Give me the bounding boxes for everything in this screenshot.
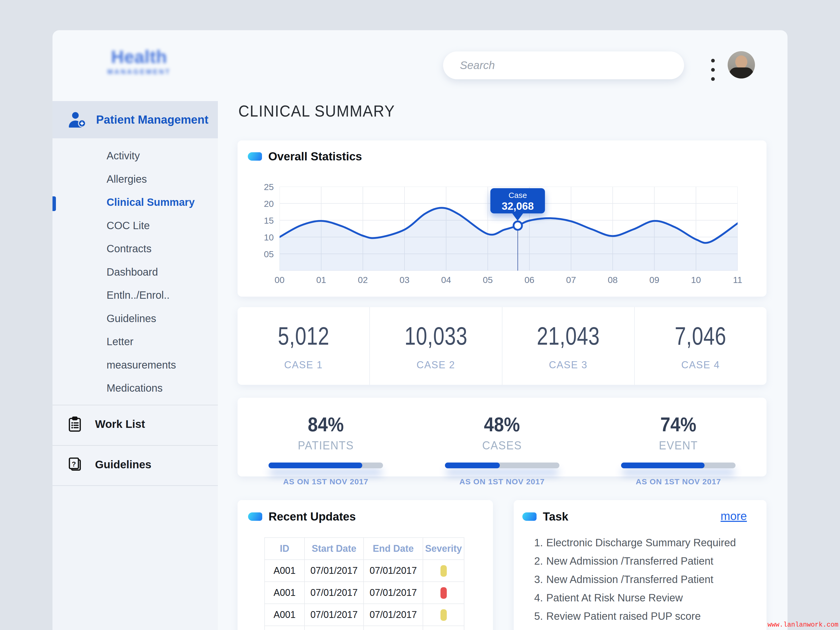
sidebar-item-letter[interactable]: Letter xyxy=(107,334,217,349)
work-list-label: Work List xyxy=(95,418,145,431)
overall-statistics-card: Overall Statistics Case 32,068 252015100… xyxy=(238,141,766,297)
task-title: Task xyxy=(543,510,568,523)
sidebar-item-clinical-summary[interactable]: Clinical Summary xyxy=(107,194,217,210)
clipboard-list-icon xyxy=(66,415,84,433)
as-on-date: AS ON 1ST NOV 2017 xyxy=(636,477,721,486)
x-axis-label: 01 xyxy=(311,275,332,285)
y-axis-label: 05 xyxy=(253,249,274,259)
recent-updates-table[interactable]: ID Start Date End Date Severity A001 07/… xyxy=(264,537,464,630)
x-axis-label: 06 xyxy=(519,275,540,285)
sidebar-divider xyxy=(52,485,218,486)
stat-value: 10,033 xyxy=(404,322,467,351)
stat-case-4: 7,046 CASE 4 xyxy=(634,307,766,385)
progress-event: 74% EVENT AS ON 1ST NOV 2017 xyxy=(590,398,766,477)
sidebar-divider xyxy=(52,445,218,446)
percent-value: 74% xyxy=(660,413,696,436)
y-axis-label: 25 xyxy=(253,182,274,192)
patient-add-icon xyxy=(68,110,88,129)
overall-statistics-title: Overall Statistics xyxy=(268,150,362,163)
task-item[interactable]: 1.Electronic Discharge Summary Required xyxy=(534,537,736,549)
sidebar-item-medications[interactable]: Medications xyxy=(107,380,217,396)
progress-bar xyxy=(621,463,736,468)
stat-label: CASE 4 xyxy=(681,359,720,371)
x-axis-label: 08 xyxy=(602,275,623,285)
x-axis-label: 05 xyxy=(477,275,498,285)
col-end: End Date xyxy=(363,538,423,560)
col-severity: Severity xyxy=(423,538,464,560)
y-axis-label: 15 xyxy=(253,216,274,226)
severity-chip xyxy=(441,587,447,599)
table-header-row: ID Start Date End Date Severity xyxy=(265,538,464,560)
sidebar-item-allergies[interactable]: Allergies xyxy=(107,171,217,187)
avatar-head xyxy=(735,55,747,68)
task-item[interactable]: 2.New Admission /Transferred Patient xyxy=(534,555,714,567)
sidebar-section-label: Patient Management xyxy=(96,113,208,126)
stat-case-3: 21,043 CASE 3 xyxy=(502,307,634,385)
app-logo: Health MANAGEMENT xyxy=(100,46,178,76)
x-axis-label: 02 xyxy=(352,275,373,285)
tooltip-value: 32,068 xyxy=(490,200,545,212)
sidebar-item-coc-lite[interactable]: COC Lite xyxy=(107,218,217,234)
table-row[interactable]: A001 07/01/2017 07/01/2017 xyxy=(265,582,464,604)
task-item[interactable]: 5.Review Patient raised PUP score xyxy=(534,610,701,622)
as-on-date: AS ON 1ST NOV 2017 xyxy=(283,477,368,486)
sidebar-item-contracts[interactable]: Contracts xyxy=(107,241,217,256)
percent-progress-card: 84% PATIENTS AS ON 1ST NOV 2017 48% CASE… xyxy=(238,398,766,477)
sidebar-item-entln-enrol[interactable]: Entln../Enrol.. xyxy=(107,287,217,303)
task-item[interactable]: 3.New Admission /Transferred Patient xyxy=(534,573,714,585)
stat-case-1: 5,012 CASE 1 xyxy=(238,307,369,385)
table-row[interactable]: A001 07/01/2017 07/01/2017 xyxy=(265,560,464,582)
progress-bar xyxy=(445,463,559,468)
sidebar-item-guidelines[interactable]: ? Guidelines xyxy=(52,449,218,480)
percent-label: CASES xyxy=(482,439,522,452)
col-start: Start Date xyxy=(305,538,363,560)
x-axis-label: 11 xyxy=(727,275,748,285)
more-link[interactable]: more xyxy=(720,510,747,523)
search-input[interactable] xyxy=(443,51,684,79)
recent-updates-card: Recent Updates ID Start Date End Date Se… xyxy=(238,500,493,630)
progress-patients: 84% PATIENTS AS ON 1ST NOV 2017 xyxy=(238,398,414,477)
y-axis-label: 20 xyxy=(253,199,274,209)
tooltip-title: Case xyxy=(490,191,545,200)
chart-tooltip: Case 32,068 xyxy=(490,188,545,213)
recent-updates-title: Recent Updates xyxy=(268,510,356,523)
table-row[interactable]: A001 07/01/2017 07/01/2017 xyxy=(265,626,464,630)
table-row[interactable]: A001 07/01/2017 07/01/2017 xyxy=(265,604,464,626)
severity-chip xyxy=(441,609,447,621)
task-item[interactable]: 4.Patient At Risk Nurse Review xyxy=(534,592,683,604)
section-pill-icon xyxy=(523,512,537,521)
stat-value: 5,012 xyxy=(278,322,329,351)
sidebar-item-work-list[interactable]: Work List xyxy=(52,409,218,440)
severity-chip xyxy=(441,565,447,577)
sidebar-item-measurements[interactable]: measurements xyxy=(107,357,217,373)
active-item-marker xyxy=(52,196,56,211)
section-pill-icon xyxy=(248,152,262,161)
app-logo-title: Health xyxy=(100,46,178,67)
sidebar-item-dashboard[interactable]: Dashboard xyxy=(107,264,217,280)
x-axis-label: 10 xyxy=(685,275,706,285)
stat-label: CASE 1 xyxy=(284,359,323,371)
y-axis-label: 10 xyxy=(253,232,274,243)
percent-label: PATIENTS xyxy=(298,439,354,452)
sidebar-divider xyxy=(52,405,218,405)
x-axis-label: 07 xyxy=(561,275,581,285)
svg-text:?: ? xyxy=(72,460,76,468)
avatar-shirt xyxy=(729,68,753,79)
sidebar-item-activity[interactable]: Activity xyxy=(107,148,217,164)
case-stats-card: 5,012 CASE 1 10,033 CASE 2 21,043 CASE 3… xyxy=(238,307,766,385)
kebab-menu-icon[interactable] xyxy=(708,55,718,84)
x-axis-label: 00 xyxy=(269,275,290,285)
help-document-icon: ? xyxy=(66,456,84,473)
percent-value: 84% xyxy=(308,413,344,436)
stat-value: 7,046 xyxy=(675,322,726,351)
progress-cases: 48% CASES AS ON 1ST NOV 2017 xyxy=(414,398,591,477)
sidebar-item-guidelines-sub[interactable]: Guidelines xyxy=(107,311,217,326)
task-card: Task more 1.Electronic Discharge Summary… xyxy=(514,500,766,630)
percent-value: 48% xyxy=(484,413,520,436)
app-logo-subtitle: MANAGEMENT xyxy=(100,68,178,76)
main-panel: Health MANAGEMENT Patient Management Act… xyxy=(52,30,788,630)
stat-label: CASE 2 xyxy=(417,359,455,371)
avatar[interactable] xyxy=(728,51,755,79)
sidebar-item-patient-management[interactable]: Patient Management xyxy=(52,101,218,138)
percent-label: EVENT xyxy=(659,439,698,452)
